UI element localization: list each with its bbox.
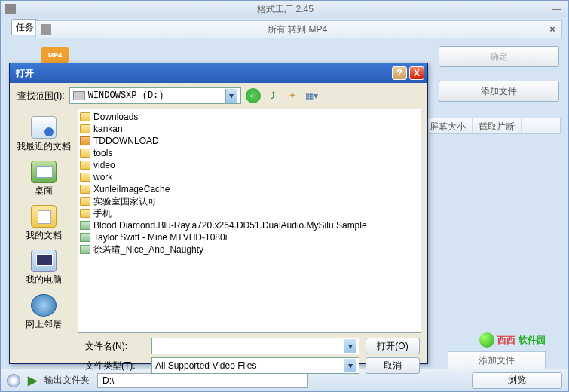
subbar-title: 所有 转到 MP4 — [51, 23, 543, 36]
dl-icon — [80, 136, 90, 145]
task-tab-label: 任务 — [16, 21, 34, 34]
minimize-button[interactable]: — — [550, 4, 564, 14]
drive-icon — [73, 91, 85, 100]
browse-label: 浏览 — [508, 374, 526, 387]
ok-button[interactable]: 确定 — [439, 46, 559, 67]
computer-icon — [31, 250, 57, 272]
folder-icon — [80, 124, 90, 133]
file-name: work — [93, 172, 112, 182]
watermark-text-a: 西西 — [497, 334, 515, 347]
mp4-badge: MP4 — [41, 47, 69, 63]
folder-icon — [80, 185, 90, 194]
add-file-ghost-label: 添加文件 — [479, 354, 515, 367]
filetype-label: 文件类型(T): — [85, 360, 145, 372]
list-item[interactable]: kankan — [80, 123, 419, 135]
place-desktop[interactable]: 桌面 — [14, 158, 74, 201]
open-button[interactable]: 打开(O) — [366, 338, 420, 354]
list-item[interactable]: 手机 — [80, 207, 419, 219]
col-crop[interactable]: 截取片断 — [473, 118, 522, 133]
open-dialog: 打开 ? X 查找范围(I): WINDOWSXP (D:) ▾ ← ⤴ ✦ ▦… — [9, 63, 428, 364]
place-computer[interactable]: 我的电脑 — [14, 247, 74, 289]
dialog-bottom: 文件名(N): ▾ 打开(O) 文件类型(T): All Supported V… — [10, 333, 427, 375]
ok-button-label: 确定 — [490, 51, 508, 63]
view-menu-icon[interactable]: ▦▾ — [304, 88, 320, 103]
file-name: 实验室国家认可 — [93, 195, 157, 208]
folder-icon — [80, 161, 90, 170]
file-list[interactable]: DownloadskankanTDDOWNLOADtoolsvideoworkX… — [78, 109, 421, 333]
place-documents[interactable]: 我的文档 — [14, 202, 74, 245]
filetype-combo[interactable]: All Supported Video Files▾ — [151, 357, 359, 374]
list-item[interactable]: Downloads — [80, 111, 419, 123]
file-name: Taylor Swift - Mine MTVHD-1080i — [93, 232, 227, 243]
folder-icon — [80, 209, 90, 218]
cancel-button[interactable]: 取消 — [366, 357, 420, 374]
col-screen-size[interactable]: 屏幕大小 — [424, 118, 473, 133]
file-name: 手机 — [93, 207, 112, 220]
app-icon — [5, 4, 16, 14]
new-folder-icon[interactable]: ✦ — [285, 88, 300, 103]
browse-button[interactable]: 浏览 — [472, 372, 562, 389]
chevron-down-icon[interactable]: ▾ — [344, 359, 356, 372]
main-titlebar: 格式工厂 2.45 — — [1, 1, 568, 17]
list-item[interactable]: Taylor Swift - Mine MTVHD-1080i — [80, 231, 419, 243]
watermark-text-b: 软件园 — [519, 334, 546, 347]
list-item[interactable]: XunleiImageCache — [80, 183, 419, 195]
list-item[interactable]: 徐若瑄_Nice_And_Naughty — [80, 243, 419, 256]
file-name: video — [93, 160, 115, 170]
list-item[interactable]: tools — [80, 147, 419, 159]
video-icon — [80, 221, 90, 230]
dialog-close-button[interactable]: X — [409, 66, 424, 80]
place-network[interactable]: 网上邻居 — [14, 291, 74, 334]
add-file-ghost-button[interactable]: 添加文件 — [448, 351, 546, 369]
filename-label: 文件名(N): — [85, 340, 145, 353]
watermark-ball-icon — [479, 332, 494, 348]
documents-icon — [31, 205, 57, 228]
subbar-icon — [41, 24, 51, 35]
watermark: 西西 软件园 — [479, 332, 546, 348]
lookin-combo[interactable]: WINDOWSXP (D:) ▾ — [69, 87, 241, 104]
subbar-close-button[interactable]: × — [543, 24, 561, 35]
dialog-help-button[interactable]: ? — [392, 66, 407, 80]
file-name: kankan — [93, 124, 123, 134]
columns-header: 屏幕大小 截取片断 — [423, 118, 561, 134]
dialog-titlebar[interactable]: 打开 ? X — [10, 63, 427, 83]
folder-icon — [80, 149, 90, 158]
chevron-down-icon[interactable]: ▾ — [344, 339, 356, 353]
folder-icon — [80, 173, 90, 182]
folder-icon — [80, 112, 90, 121]
add-file-label: 添加文件 — [481, 85, 517, 98]
file-name: Downloads — [93, 112, 138, 122]
desktop-icon — [31, 161, 57, 183]
list-item[interactable]: work — [80, 171, 419, 183]
nav-up-icon[interactable]: ⤴ — [265, 88, 280, 103]
file-name: XunleiImageCache — [93, 184, 170, 194]
file-name: 徐若瑄_Nice_And_Naughty — [93, 243, 203, 256]
list-item[interactable]: 实验室国家认可 — [80, 195, 419, 207]
file-name: Blood.Diamond.Blu-Ray.a720.x264.DD51.Dua… — [93, 220, 367, 231]
chevron-down-icon[interactable]: ▾ — [225, 89, 237, 103]
list-item[interactable]: TDDOWNLOAD — [80, 135, 419, 147]
list-item[interactable]: video — [80, 159, 419, 171]
add-file-button[interactable]: 添加文件 — [439, 81, 559, 102]
output-folder-label: 输出文件夹 — [44, 374, 90, 387]
filename-input[interactable]: ▾ — [151, 338, 359, 354]
list-item[interactable]: Blood.Diamond.Blu-Ray.a720.x264.DD51.Dua… — [80, 219, 419, 231]
file-name: tools — [93, 148, 112, 158]
places-bar: 我最近的文档 桌面 我的文档 我的电脑 网上邻居 — [10, 109, 78, 333]
convert-sub-bar: 所有 转到 MP4 × — [35, 20, 562, 38]
lookin-label: 查找范围(I): — [17, 90, 65, 103]
lookin-value: WINDOWSXP (D:) — [88, 90, 222, 101]
video-icon — [80, 233, 90, 242]
cd-icon[interactable] — [7, 374, 20, 387]
nav-back-icon[interactable]: ← — [246, 88, 261, 103]
video-icon — [80, 245, 90, 254]
place-recent[interactable]: 我最近的文档 — [14, 113, 74, 156]
network-icon — [31, 294, 57, 317]
right-panel: 确定 添加文件 — [439, 46, 559, 115]
file-name: TDDOWNLOAD — [93, 136, 159, 146]
app-title: 格式工厂 2.45 — [20, 3, 550, 16]
dialog-title: 打开 — [13, 67, 392, 80]
task-tab[interactable]: 任务 — [11, 19, 38, 35]
recent-icon — [31, 116, 57, 139]
lookin-row: 查找范围(I): WINDOWSXP (D:) ▾ ← ⤴ ✦ ▦▾ — [10, 83, 427, 109]
